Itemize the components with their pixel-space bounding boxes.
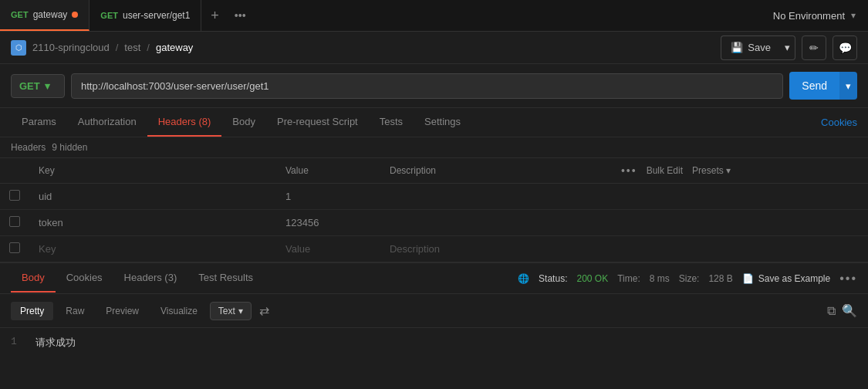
- breadcrumb-actions: 💾 Save ▾ ✏ 💬: [721, 36, 857, 60]
- row3-check-cell: [0, 236, 29, 262]
- response-line-1: 请求成功: [35, 336, 76, 350]
- row2-checkbox[interactable]: [9, 216, 20, 227]
- tab-authorization[interactable]: Authorization: [67, 108, 147, 137]
- view-pretty-button[interactable]: Pretty: [11, 302, 53, 320]
- tab-tests[interactable]: Tests: [369, 108, 414, 137]
- resp-tab-headers[interactable]: Headers (3): [113, 264, 188, 293]
- row1-value-cell[interactable]: 1: [276, 184, 380, 210]
- table-row: token 123456: [0, 210, 868, 236]
- format-label: Text: [218, 306, 235, 316]
- row2-desc-cell[interactable]: [380, 210, 612, 236]
- tab-userserver[interactable]: GET user-server/get1: [90, 0, 201, 31]
- response-tabs-list: Body Cookies Headers (3) Test Results: [11, 264, 264, 293]
- row3-checkbox[interactable]: [9, 242, 20, 253]
- tab-headers[interactable]: Headers (8): [147, 108, 222, 137]
- workspace-icon: ⬡: [11, 40, 26, 56]
- cookies-link[interactable]: Cookies: [821, 109, 857, 136]
- presets-button[interactable]: Presets ▾: [692, 165, 731, 176]
- response-toolbar-right: ⧉ 🔍: [827, 303, 857, 318]
- col-header-check: [0, 158, 29, 184]
- tab-unsaved-dot-1: [72, 12, 78, 18]
- format-select[interactable]: Text ▾: [210, 302, 252, 320]
- response-body-toolbar: Pretty Raw Preview Visualize Text ▾ ⇄ ⧉ …: [0, 294, 868, 328]
- row1-desc-cell[interactable]: [380, 184, 612, 210]
- status-value: 200 OK: [576, 273, 608, 284]
- edit-icon: ✏: [809, 42, 819, 54]
- row2-value-cell[interactable]: 123456: [276, 210, 380, 236]
- size-label: Size:: [679, 273, 700, 284]
- tab-more-button[interactable]: •••: [228, 0, 252, 31]
- row3-key-cell[interactable]: Key: [29, 236, 276, 262]
- save-button-group: 💾 Save ▾: [721, 36, 795, 60]
- tab-method-2: GET: [100, 11, 118, 20]
- resp-tab-body[interactable]: Body: [11, 264, 56, 293]
- env-selector-area: No Environment ▾: [761, 10, 868, 22]
- tab-method-1: GET: [11, 10, 29, 19]
- row1-checkbox[interactable]: [9, 190, 20, 201]
- method-value: GET: [19, 80, 40, 92]
- comment-button[interactable]: 💬: [833, 36, 857, 60]
- tab-params[interactable]: Params: [11, 108, 67, 137]
- response-more-button[interactable]: •••: [839, 272, 857, 286]
- col-header-description: Description: [380, 158, 612, 184]
- globe-icon: 🌐: [518, 273, 529, 284]
- bulk-edit-button[interactable]: Bulk Edit: [647, 165, 683, 176]
- row2-key-cell[interactable]: token: [29, 210, 276, 236]
- save-example-label: Save as Example: [758, 273, 830, 284]
- view-preview-button[interactable]: Preview: [96, 302, 148, 320]
- save-icon: 💾: [731, 42, 743, 53]
- edit-button[interactable]: ✏: [802, 36, 826, 60]
- presets-chevron-icon: ▾: [726, 165, 731, 176]
- save-label: Save: [748, 42, 771, 53]
- table-more-dots[interactable]: •••: [621, 164, 637, 177]
- resp-tab-cookies[interactable]: Cookies: [56, 264, 113, 293]
- save-caret-button[interactable]: ▾: [780, 36, 795, 60]
- save-button[interactable]: 💾 Save: [721, 36, 780, 60]
- tab-bar: GET gateway GET user-server/get1 + ••• N…: [0, 0, 868, 32]
- table-row: Key Value Description: [0, 236, 868, 262]
- tab-body[interactable]: Body: [221, 108, 266, 137]
- breadcrumb-sep1: /: [116, 42, 119, 53]
- breadcrumb-bar: ⬡ 2110-springcloud / test / gateway 💾 Sa…: [0, 32, 868, 64]
- row3-value-cell[interactable]: Value: [276, 236, 380, 262]
- breadcrumb-workspace[interactable]: 2110-springcloud: [32, 42, 110, 53]
- request-tabs-list: Params Authorization Headers (8) Body Pr…: [11, 108, 471, 137]
- view-raw-button[interactable]: Raw: [56, 302, 93, 320]
- format-chevron-icon: ▾: [238, 306, 243, 316]
- response-tabs-bar: Body Cookies Headers (3) Test Results 🌐 …: [0, 263, 868, 294]
- save-example-button[interactable]: 📄 Save as Example: [742, 273, 830, 284]
- view-visualize-button[interactable]: Visualize: [151, 302, 207, 320]
- wrap-button[interactable]: ⇄: [255, 300, 274, 321]
- send-caret-button[interactable]: ▾: [839, 72, 857, 100]
- row1-key-cell[interactable]: uid: [29, 184, 276, 210]
- col-header-key: Key: [29, 158, 276, 184]
- tab-add-button[interactable]: +: [201, 0, 228, 31]
- send-button-group: Send ▾: [789, 72, 857, 100]
- method-chevron-icon: ▾: [45, 80, 50, 92]
- table-row: uid 1: [0, 184, 868, 210]
- search-button[interactable]: 🔍: [842, 303, 857, 318]
- time-label: Time:: [617, 273, 640, 284]
- row3-desc-cell[interactable]: Description: [380, 236, 612, 262]
- wrap-icon: ⇄: [259, 304, 269, 317]
- row3-actions-cell: [612, 236, 868, 262]
- headers-table: Key Value Description ••• Bulk Edit Pres…: [0, 158, 868, 262]
- breadcrumb: ⬡ 2110-springcloud / test / gateway: [11, 40, 193, 56]
- method-select[interactable]: GET ▾: [11, 74, 65, 98]
- send-caret-icon: ▾: [846, 80, 851, 92]
- send-button[interactable]: Send: [789, 72, 839, 100]
- resp-tab-test-results[interactable]: Test Results: [187, 264, 264, 293]
- request-tabs: Params Authorization Headers (8) Body Pr…: [0, 108, 868, 137]
- presets-label: Presets: [692, 165, 724, 176]
- col-header-actions: ••• Bulk Edit Presets ▾: [612, 158, 868, 184]
- save-example-icon: 📄: [742, 273, 754, 284]
- tab-pre-request-script[interactable]: Pre-request Script: [266, 108, 369, 137]
- line-number-1: 1: [11, 336, 26, 350]
- status-label: Status:: [539, 273, 567, 284]
- view-buttons: Pretty Raw Preview Visualize Text ▾ ⇄: [11, 300, 274, 321]
- tab-settings[interactable]: Settings: [414, 108, 471, 137]
- breadcrumb-collection[interactable]: test: [124, 42, 140, 53]
- copy-button[interactable]: ⧉: [827, 304, 836, 318]
- url-input[interactable]: [71, 73, 783, 99]
- tab-gateway[interactable]: GET gateway: [0, 0, 90, 31]
